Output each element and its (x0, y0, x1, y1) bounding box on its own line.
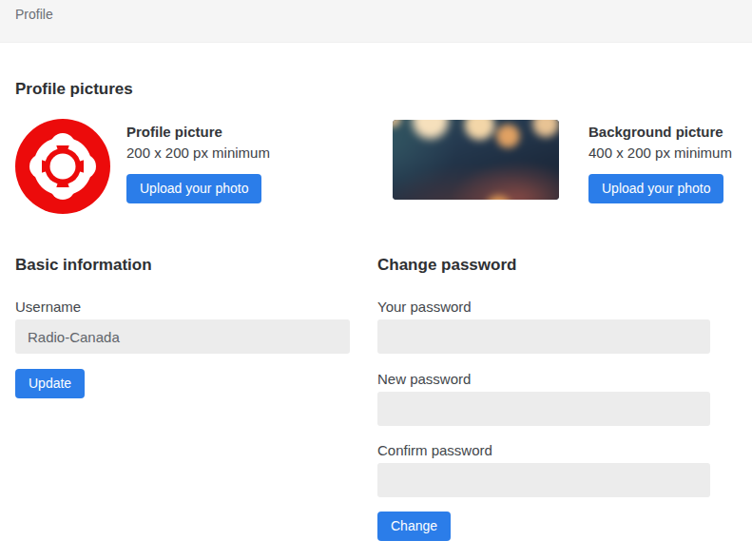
new-password-input[interactable] (377, 392, 710, 426)
bokeh-image (393, 120, 559, 200)
profile-picture-requirement: 200 x 200 px minimum (126, 144, 270, 163)
your-password-label: Your password (377, 298, 737, 317)
new-password-label: New password (377, 370, 737, 389)
profile-picture-label: Profile picture (126, 123, 270, 141)
forms-row: Basic information Username Update Change… (15, 255, 737, 541)
change-password-heading: Change password (377, 255, 737, 276)
basic-information-section: Basic information Username Update (15, 255, 377, 541)
background-picture-preview (393, 120, 559, 200)
profile-picture-info: Profile picture 200 x 200 px minimum Upl… (126, 119, 270, 203)
upload-profile-photo-button[interactable]: Upload your photo (126, 174, 261, 203)
username-input[interactable] (15, 319, 350, 354)
basic-information-heading: Basic information (15, 255, 377, 276)
profile-settings-page: Profile pictures Profile picture (0, 79, 752, 541)
update-button[interactable]: Update (15, 369, 85, 398)
username-label: Username (15, 298, 377, 317)
profile-picture-item: Profile picture 200 x 200 px minimum Upl… (15, 119, 377, 214)
pictures-row: Profile picture 200 x 200 px minimum Upl… (15, 119, 737, 214)
change-button[interactable]: Change (377, 512, 451, 541)
profile-pictures-heading: Profile pictures (15, 79, 737, 100)
background-picture-label: Background picture (588, 123, 732, 141)
confirm-password-label: Confirm password (377, 441, 737, 460)
page-title: Profile (15, 7, 53, 22)
background-picture-requirement: 400 x 200 px minimum (588, 144, 732, 163)
your-password-field: Your password (377, 298, 737, 354)
your-password-input[interactable] (377, 319, 710, 354)
confirm-password-input[interactable] (377, 463, 710, 497)
new-password-field: New password (377, 370, 737, 426)
background-picture-info: Background picture 400 x 200 px minimum … (588, 119, 732, 203)
confirm-password-field: Confirm password (377, 441, 737, 497)
upload-background-photo-button[interactable]: Upload your photo (588, 174, 723, 203)
background-picture-item: Background picture 400 x 200 px minimum … (393, 119, 737, 214)
page-header: Profile (0, 0, 752, 43)
change-password-section: Change password Your password New passwo… (377, 255, 737, 541)
radio-canada-logo (15, 119, 110, 214)
